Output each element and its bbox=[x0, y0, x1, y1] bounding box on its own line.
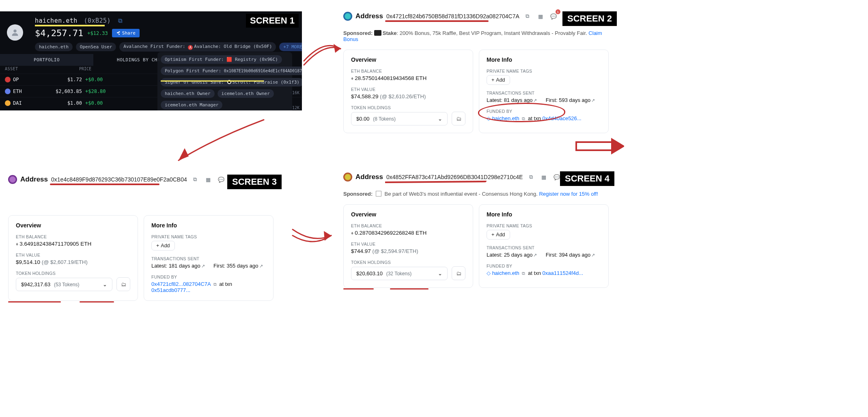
eth-icon: ♦ bbox=[351, 76, 353, 81]
address-hex[interactable]: 0x4721cf824b6750B58d781fD1336D92a082704C… bbox=[386, 13, 519, 19]
popover-tag[interactable]: icemelon.eth Manager bbox=[161, 101, 222, 109]
address-hex[interactable]: 0x1e4c8489F9d876293C36b730107E89e0F2a0CB… bbox=[51, 176, 187, 183]
qr-icon[interactable]: ▦ bbox=[203, 175, 213, 184]
token-holdings-label: TOKEN HOLDINGS bbox=[16, 271, 130, 276]
funded-by-txn[interactable]: 0x51acdb0777... bbox=[151, 287, 190, 293]
funded-by-label: FUNDED BY bbox=[487, 109, 601, 114]
screen4: Address 0x4852FFA873c471Abd92696DB3041D2… bbox=[343, 172, 615, 288]
card-title-moreinfo: More Info bbox=[487, 211, 601, 218]
funded-by-txn[interactable]: 0x4d40ace526... bbox=[543, 115, 582, 121]
add-tag-button[interactable]: + Add bbox=[487, 75, 510, 85]
screen2-label: SCREEN 2 bbox=[562, 11, 617, 26]
qr-icon[interactable]: ▦ bbox=[539, 172, 549, 182]
eth-value-label: ETH VALUE bbox=[351, 87, 465, 92]
card-title-overview: Overview bbox=[16, 222, 130, 229]
short-address: (0xB25) bbox=[84, 17, 111, 24]
qr-icon[interactable]: ▦ bbox=[536, 11, 545, 21]
token-price: $2,603.85 bbox=[37, 89, 82, 94]
address-hex[interactable]: 0x4852FFA873c471Abd92696DB3041D298e2710c… bbox=[386, 174, 523, 180]
sponsor-logo bbox=[374, 30, 381, 36]
funded-by-ens[interactable]: haichen.eth bbox=[492, 115, 519, 121]
tx-sent-label: TRANSACTIONS SENT bbox=[487, 91, 601, 95]
yellow-underline-anno bbox=[35, 25, 105, 26]
tx-latest[interactable]: 181 days ago bbox=[169, 263, 200, 269]
wallet-button[interactable]: 🗂 bbox=[452, 112, 465, 125]
copy-icon[interactable]: ⧉ bbox=[213, 282, 217, 287]
token-dropdown[interactable]: $0.00 (8 Tokens) ⌄ bbox=[351, 112, 448, 125]
funded-by-label: FUNDED BY bbox=[151, 274, 266, 279]
tag-ens[interactable]: haichen.eth bbox=[35, 43, 73, 51]
arrow-anno bbox=[575, 136, 624, 156]
tx-latest[interactable]: 81 days ago bbox=[504, 97, 533, 103]
copy-icon[interactable]: ⧉ bbox=[526, 172, 536, 182]
copy-icon[interactable]: ⧉ bbox=[522, 271, 525, 276]
sponsor-text: : 200% Bonus, 75k Raffle, Best VIP Progr… bbox=[397, 30, 589, 36]
popover-tag[interactable]: icemelon.eth Owner bbox=[218, 89, 274, 98]
screen4-label: SCREEN 4 bbox=[560, 171, 614, 186]
token-holdings-row: $0.00 (8 Tokens) ⌄ 🗂 bbox=[351, 112, 465, 125]
ens-name: haichen.eth bbox=[35, 17, 78, 24]
copy-icon[interactable]: ⧉ bbox=[523, 11, 532, 21]
sponsor-text: Be part of Web3's most influential event… bbox=[383, 191, 539, 197]
tx-first[interactable]: 355 days ago bbox=[226, 263, 258, 269]
address-label: Address bbox=[355, 12, 383, 20]
funded-by-ens[interactable]: haichen.eth bbox=[492, 270, 519, 276]
external-icon: ↗ bbox=[591, 253, 595, 257]
moreinfo-card: More Info PRIVATE NAME TAGS + Add TRANSA… bbox=[479, 204, 609, 288]
cards-row: Overview ETH BALANCE ♦28.575014408194345… bbox=[343, 50, 615, 133]
add-tag-button[interactable]: + Add bbox=[487, 230, 510, 240]
sponsor-prefix: Sponsored: bbox=[343, 30, 373, 36]
add-tag-button[interactable]: + Add bbox=[151, 241, 175, 251]
arrow-anno bbox=[170, 118, 268, 166]
diamond-icon: ◇ bbox=[487, 270, 491, 276]
popover-tag[interactable]: Polygon First Funder: 0x1087E19b00d6916e… bbox=[161, 67, 302, 75]
popover-tag[interactable]: haichen.eth Owner bbox=[161, 89, 215, 98]
overview-card: Overview ETH BALANCE ♦3.6491824384711709… bbox=[8, 215, 138, 301]
red-underline-anno bbox=[8, 301, 61, 302]
red-underline-anno bbox=[385, 20, 489, 22]
funded-by-row: 0x4721cf82...082704C7A ⧉ at txn 0x51acdb… bbox=[151, 281, 266, 293]
tx-first[interactable]: 593 days ago bbox=[559, 97, 590, 103]
svg-point-0 bbox=[13, 30, 16, 32]
tab-portfolio[interactable]: PORTFOLIO bbox=[0, 54, 93, 66]
funded-by-row: ◇ haichen.eth ⧉ at txn 0xaa111524f4d... bbox=[487, 270, 601, 276]
eth-balance-label: ETH BALANCE bbox=[351, 69, 465, 73]
share-button[interactable]: Share bbox=[112, 29, 140, 37]
svg-marker-2 bbox=[179, 148, 189, 160]
comment-icon[interactable]: 💬 bbox=[216, 175, 226, 184]
funded-by-txn[interactable]: 0xaa111524f4d... bbox=[543, 270, 583, 276]
sponsor-cta[interactable]: Register now for 15% off! bbox=[539, 191, 598, 197]
overview-card: Overview ETH BALANCE ♦28.575014408194345… bbox=[343, 50, 473, 133]
sponsor-brand: Stake bbox=[383, 30, 397, 36]
address-label: Address bbox=[355, 173, 383, 181]
token-holdings-row: $20,603.10 (32 Tokens) ⌄ 🗂 bbox=[351, 266, 465, 280]
blockie-icon bbox=[343, 12, 352, 21]
tag-opensea[interactable]: OpenSea User bbox=[76, 43, 116, 51]
tag-avalanche[interactable]: Avalanche First Funder: AAvalanche: Old … bbox=[119, 42, 276, 52]
tx-first[interactable]: 394 days ago bbox=[559, 252, 590, 258]
copy-icon[interactable]: ⧉ bbox=[118, 17, 123, 24]
screen3: Address 0x1e4c8489F9d876293C36b730107E89… bbox=[8, 175, 280, 301]
funded-by-addr[interactable]: 0x4721cf82...082704C7A bbox=[151, 281, 211, 287]
popover-tag-signer[interactable]: Signer of Gnosis Safe: Scroll: Fundraise… bbox=[161, 78, 302, 86]
token-dropdown[interactable]: $20,603.10 (32 Tokens) ⌄ bbox=[351, 267, 448, 280]
more-tags-button[interactable]: +7 MORE bbox=[279, 43, 302, 51]
tag-prefix: Avalanche First Funder: bbox=[123, 44, 188, 49]
token-holdings-label: TOKEN HOLDINGS bbox=[351, 105, 465, 110]
comment-icon[interactable]: 💬1 bbox=[549, 11, 558, 21]
tx-latest[interactable]: 25 days ago bbox=[504, 252, 533, 258]
copy-icon[interactable]: ⧉ bbox=[522, 116, 525, 121]
wallet-button[interactable]: 🗂 bbox=[116, 277, 130, 291]
sponsor-row: Sponsored: Be part of Web3's most influe… bbox=[343, 191, 615, 197]
token-delta: +$0.00 bbox=[85, 77, 103, 82]
external-icon: ↗ bbox=[533, 253, 537, 257]
chevron-down-icon: ⌄ bbox=[438, 116, 442, 122]
token-count: (32 Tokens) bbox=[386, 271, 411, 277]
copy-icon[interactable]: ⧉ bbox=[190, 175, 200, 184]
token-dropdown[interactable]: $942,317.63 (53 Tokens) ⌄ bbox=[16, 278, 112, 291]
screen3-label: SCREEN 3 bbox=[227, 175, 282, 189]
eth-balance: ♦28.57501440819434568 ETH bbox=[351, 75, 465, 81]
popover-tag[interactable]: Optimism First Funder: 🟥 Registry (0x96C… bbox=[161, 55, 282, 64]
wallet-button[interactable]: 🗂 bbox=[452, 266, 465, 280]
red-underline-anno bbox=[390, 288, 429, 290]
